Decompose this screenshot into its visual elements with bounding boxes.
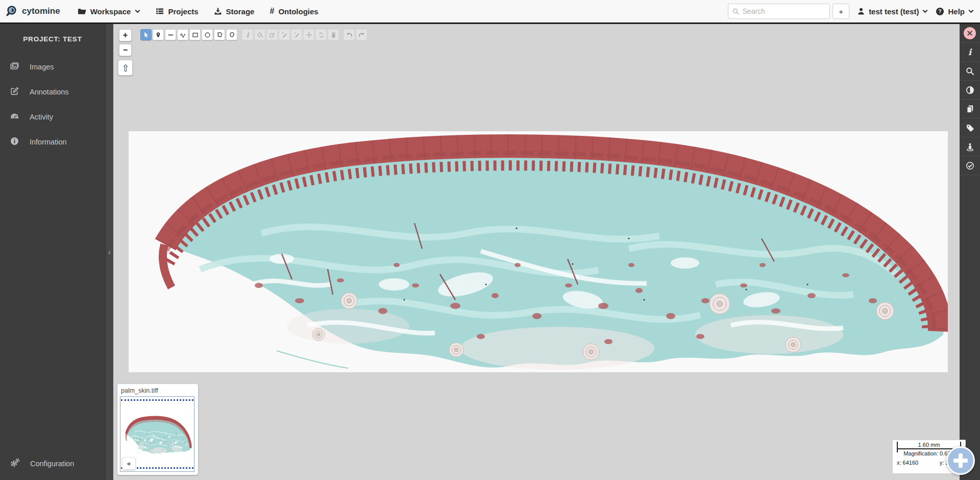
sidebar-item-information[interactable]: Information — [0, 129, 105, 154]
search-input[interactable] — [743, 7, 826, 15]
sidebar-menu: Images Annotations — [0, 54, 105, 154]
close-viewer-button[interactable] — [960, 24, 980, 43]
sidebar-item-label: Annotations — [30, 88, 69, 96]
trash-icon — [330, 32, 337, 38]
tool-delete-button[interactable] — [328, 29, 339, 40]
search-icon — [966, 67, 974, 76]
tool-freehand-polygon-button[interactable] — [226, 29, 237, 40]
tool-rectangle-button[interactable] — [189, 29, 201, 40]
viewer-area: + − — [113, 24, 960, 480]
tool-move-button[interactable] — [303, 29, 314, 40]
pencil-plus-icon — [281, 32, 288, 38]
viewport-indicator-top — [121, 399, 193, 401]
tool-fill-button[interactable] — [254, 29, 265, 40]
mouse-x-coordinate: x: 64160 — [897, 460, 918, 466]
project-title: PROJECT: TEST — [0, 35, 105, 43]
nav-workspace[interactable]: Workspace — [78, 7, 141, 16]
panel-search-button[interactable] — [960, 62, 980, 81]
folder-icon — [78, 7, 86, 16]
line-icon — [167, 32, 174, 38]
tool-circle-button[interactable] — [202, 29, 213, 40]
zoom-out-button[interactable]: − — [119, 44, 132, 56]
fill-icon — [257, 32, 263, 38]
thumbnail-map[interactable]: « — [120, 396, 194, 472]
undo-icon — [346, 32, 353, 38]
panel-layers-button[interactable] — [960, 100, 980, 118]
redo-button[interactable] — [356, 29, 367, 40]
global-search: + — [728, 4, 849, 19]
sidebar-item-annotations[interactable]: Annotations — [0, 79, 105, 104]
nav-ontologies-label: Ontologies — [278, 7, 318, 16]
sidebar-bottom: Configuration — [0, 451, 105, 476]
help-menu[interactable]: ? Help — [936, 7, 974, 16]
tool-point-button[interactable] — [153, 29, 164, 40]
sidebar-item-label: Activity — [30, 113, 53, 121]
rectangle-icon — [192, 32, 199, 38]
zoom-in-button[interactable]: + — [119, 29, 132, 41]
reset-rotation-button[interactable] — [118, 60, 133, 76]
add-annotation-fab[interactable] — [946, 446, 975, 475]
project-sidebar: PROJECT: TEST Images — [0, 24, 105, 480]
slide-canvas[interactable] — [129, 131, 948, 372]
help-menu-label: Help — [948, 7, 965, 16]
storage-icon — [214, 7, 222, 15]
pencil-minus-icon — [293, 32, 300, 38]
user-menu-label: test test (test) — [869, 7, 919, 16]
sidebar-item-configuration[interactable]: Configuration — [0, 451, 105, 476]
information-icon — [10, 136, 19, 148]
tool-rotate-button[interactable] — [315, 29, 327, 40]
cytomine-logo-icon — [6, 5, 19, 18]
polygon-icon — [216, 32, 223, 38]
tool-remove-part-button[interactable] — [291, 29, 302, 40]
nav-storage[interactable]: Storage — [214, 7, 255, 16]
hash-icon: # — [270, 7, 274, 16]
quick-add-button[interactable]: + — [832, 4, 849, 19]
nav-ontologies[interactable]: # Ontologies — [270, 7, 318, 16]
nav-projects-label: Projects — [168, 7, 198, 16]
thumbnail-collapse-button[interactable]: « — [122, 457, 136, 470]
refresh-icon — [318, 32, 325, 38]
undo-button[interactable] — [344, 29, 355, 40]
review-check-icon — [966, 161, 974, 170]
panel-collapse-handle[interactable]: ‹ — [105, 24, 113, 480]
move-arrows-icon — [306, 32, 312, 38]
close-icon — [964, 27, 976, 39]
panel-properties-button[interactable] — [960, 118, 980, 137]
map-pin-icon — [155, 32, 161, 38]
blob-icon — [229, 32, 235, 38]
help-icon: ? — [936, 7, 944, 16]
search-icon — [732, 8, 739, 15]
top-navbar: cytomine Workspace Projects — [0, 0, 980, 24]
svg-text:?: ? — [939, 9, 942, 14]
info-icon: i — [968, 48, 971, 57]
sidebar-item-activity[interactable]: Activity — [0, 104, 105, 129]
user-menu[interactable]: test test (test) — [857, 7, 928, 16]
tag-icon — [966, 124, 974, 132]
panel-colors-button[interactable] — [960, 81, 980, 100]
sidebar-item-label: Information — [30, 138, 67, 146]
chevron-down-icon — [968, 9, 974, 14]
thumbnail-filename: palm_skin.tiff — [121, 387, 195, 394]
position-icon — [966, 142, 974, 151]
cursor-icon — [143, 32, 150, 38]
tool-select-button[interactable] — [140, 29, 152, 40]
panel-information-button[interactable]: i — [960, 43, 980, 62]
thumbnail-panel: palm_skin.tiff « — [117, 384, 198, 475]
tool-line-button[interactable] — [165, 29, 176, 40]
brand-name: cytomine — [22, 6, 60, 16]
tool-info-button[interactable]: i — [242, 29, 253, 40]
cytomine-logo[interactable]: cytomine — [6, 5, 60, 18]
cytomine-app: cytomine Workspace Projects — [0, 0, 980, 480]
tool-freehand-line-button[interactable] — [177, 29, 188, 40]
tool-add-part-button[interactable] — [279, 29, 290, 40]
nav-projects[interactable]: Projects — [156, 7, 198, 16]
main-menu: Workspace Projects Storage # — [78, 7, 318, 16]
search-box[interactable] — [728, 4, 830, 19]
tool-edit-button[interactable] — [266, 29, 278, 40]
wave-icon — [180, 32, 186, 38]
panel-position-button[interactable] — [960, 137, 980, 156]
sidebar-item-images[interactable]: Images — [0, 54, 105, 79]
tool-polygon-button[interactable] — [214, 29, 225, 40]
panel-review-button[interactable] — [960, 156, 980, 175]
navbar-right: + test test (test) ? Help — [728, 4, 974, 19]
